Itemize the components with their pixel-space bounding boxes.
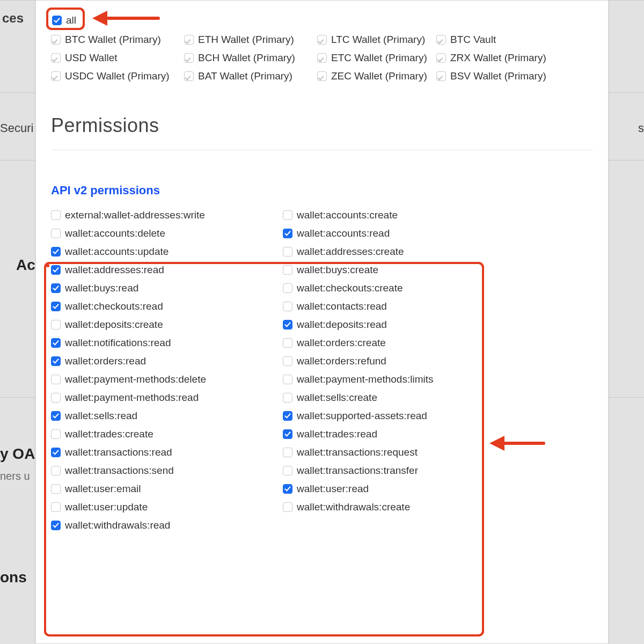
check-icon	[52, 16, 62, 25]
checkbox-permission[interactable]: wallet:trades:create	[51, 426, 283, 442]
checkbox-permission[interactable]: wallet:trades:read	[283, 426, 515, 442]
checkbox-wallet[interactable]: BTC Wallet (Primary)	[51, 32, 184, 48]
checkbox-permission[interactable]: wallet:transactions:read	[51, 444, 283, 460]
checkbox-label: BAT Wallet (Primary)	[198, 68, 292, 84]
checkbox-permission[interactable]: wallet:supported-assets:read	[283, 408, 515, 424]
checkbox-permission[interactable]: wallet:addresses:read	[51, 262, 283, 278]
unchecked-icon	[51, 484, 61, 494]
permissions-grid: external:wallet-addresses:writewallet:ac…	[51, 207, 593, 533]
checkbox-wallet[interactable]: BSV Wallet (Primary)	[436, 68, 569, 84]
checkbox-label: ETH Wallet (Primary)	[198, 32, 294, 48]
checkbox-label: wallet:sells:read	[65, 408, 137, 424]
checkbox-label: wallet:addresses:create	[297, 244, 404, 260]
check-icon	[51, 265, 61, 275]
bg-heading-ac: Ac	[16, 257, 35, 274]
checkbox-permission[interactable]: wallet:accounts:read	[283, 225, 515, 241]
checkbox-label: wallet:addresses:read	[65, 262, 164, 278]
checkbox-permission[interactable]: wallet:user:read	[283, 481, 515, 497]
unchecked-icon	[283, 466, 292, 475]
check-icon	[51, 53, 61, 63]
check-icon	[51, 411, 61, 421]
bg-heading-ons: ons	[0, 569, 27, 586]
unchecked-icon	[283, 502, 292, 512]
checkbox-permission[interactable]: wallet:orders:refund	[283, 353, 515, 369]
checkbox-permission[interactable]: wallet:buys:create	[283, 262, 515, 278]
checkbox-permission[interactable]: wallet:transactions:send	[51, 463, 283, 479]
checkbox-label: BTC Wallet (Primary)	[65, 32, 161, 48]
permissions-heading: Permissions	[51, 114, 593, 137]
checkbox-permission[interactable]: wallet:transactions:transfer	[283, 463, 515, 479]
checkbox-permission[interactable]: wallet:orders:create	[283, 335, 515, 351]
check-icon	[436, 53, 446, 63]
check-icon	[283, 429, 292, 439]
checkbox-label: BTC Vault	[450, 32, 496, 48]
checkbox-permission[interactable]: wallet:buys:read	[51, 280, 283, 296]
checkbox-permission[interactable]: wallet:payment-methods:limits	[283, 371, 515, 387]
checkbox-label: wallet:trades:create	[65, 426, 153, 442]
checkbox-permission[interactable]: wallet:orders:read	[51, 353, 283, 369]
checkbox-permission[interactable]: wallet:deposits:read	[283, 317, 515, 333]
check-icon	[51, 283, 61, 293]
checkbox-wallet[interactable]: ZEC Wallet (Primary)	[317, 68, 436, 84]
checkbox-wallet[interactable]: USDC Wallet (Primary)	[51, 68, 184, 84]
checkbox-wallet[interactable]: BCH Wallet (Primary)	[184, 50, 317, 66]
bg-text-ces: ces	[2, 11, 24, 26]
checkbox-label: wallet:deposits:read	[297, 317, 387, 333]
checkbox-permission[interactable]: wallet:transactions:request	[283, 444, 515, 460]
check-icon	[51, 356, 61, 366]
checkbox-permission[interactable]: wallet:user:update	[51, 499, 283, 515]
check-icon	[51, 71, 61, 81]
checkbox-permission[interactable]: wallet:checkouts:read	[51, 298, 283, 314]
checkbox-label: wallet:accounts:update	[65, 244, 169, 260]
check-icon	[283, 484, 292, 494]
checkbox-permission[interactable]: wallet:accounts:delete	[51, 225, 283, 241]
checkbox-label: wallet:withdrawals:read	[65, 517, 170, 533]
check-icon	[317, 53, 327, 63]
checkbox-permission[interactable]: wallet:sells:create	[283, 390, 515, 406]
checkbox-label: wallet:transactions:transfer	[297, 463, 418, 479]
unchecked-icon	[51, 375, 61, 384]
checkbox-permission[interactable]: external:wallet-addresses:write	[51, 207, 283, 223]
unchecked-icon	[51, 210, 61, 220]
checkbox-permission[interactable]: wallet:deposits:create	[51, 317, 283, 333]
checkbox-all-wallets[interactable]: all	[52, 12, 76, 28]
checkbox-wallet[interactable]: ZRX Wallet (Primary)	[436, 50, 569, 66]
checkbox-permission[interactable]: wallet:user:email	[51, 481, 283, 497]
checkbox-label: ZEC Wallet (Primary)	[331, 68, 427, 84]
checkbox-permission[interactable]: wallet:accounts:create	[283, 207, 515, 223]
check-icon	[51, 338, 61, 348]
checkbox-permission[interactable]: wallet:sells:read	[51, 408, 283, 424]
checkbox-permission[interactable]: wallet:addresses:create	[283, 244, 515, 260]
unchecked-icon	[283, 210, 292, 220]
unchecked-icon	[51, 429, 61, 439]
checkbox-label: wallet:trades:read	[297, 426, 377, 442]
checkbox-wallet[interactable]: USD Wallet	[51, 50, 184, 66]
checkbox-permission[interactable]: wallet:withdrawals:create	[283, 499, 515, 515]
checkbox-label: wallet:user:read	[297, 481, 369, 497]
checkbox-wallet[interactable]: BTC Vault	[436, 32, 569, 48]
checkbox-permission[interactable]: wallet:payment-methods:delete	[51, 371, 283, 387]
unchecked-icon	[51, 393, 61, 402]
checkbox-wallet[interactable]: LTC Wallet (Primary)	[317, 32, 436, 48]
checkbox-label: wallet:buys:create	[297, 262, 378, 278]
checkbox-permission[interactable]: wallet:notifications:read	[51, 335, 283, 351]
checkbox-permission[interactable]: wallet:accounts:update	[51, 244, 283, 260]
checkbox-permission[interactable]: wallet:withdrawals:read	[51, 517, 283, 533]
checkbox-wallet[interactable]: ETH Wallet (Primary)	[184, 32, 317, 48]
checkbox-permission[interactable]: wallet:payment-methods:read	[51, 390, 283, 406]
checkbox-label: wallet:accounts:read	[297, 225, 390, 241]
check-icon	[317, 35, 327, 45]
checkbox-permission[interactable]: wallet:checkouts:create	[283, 280, 515, 296]
checkbox-label: wallet:sells:create	[297, 390, 377, 406]
checkbox-label: wallet:user:update	[65, 499, 148, 515]
unchecked-icon	[283, 393, 292, 402]
unchecked-icon	[283, 448, 292, 457]
checkbox-label: wallet:notifications:read	[65, 335, 171, 351]
check-icon	[436, 71, 446, 81]
checkbox-permission[interactable]: wallet:contacts:read	[283, 298, 515, 314]
checkbox-wallet[interactable]: ETC Wallet (Primary)	[317, 50, 436, 66]
checkbox-wallet[interactable]: BAT Wallet (Primary)	[184, 68, 317, 84]
checkbox-label: wallet:orders:refund	[297, 353, 386, 369]
unchecked-icon	[283, 356, 292, 366]
check-icon	[184, 35, 194, 45]
